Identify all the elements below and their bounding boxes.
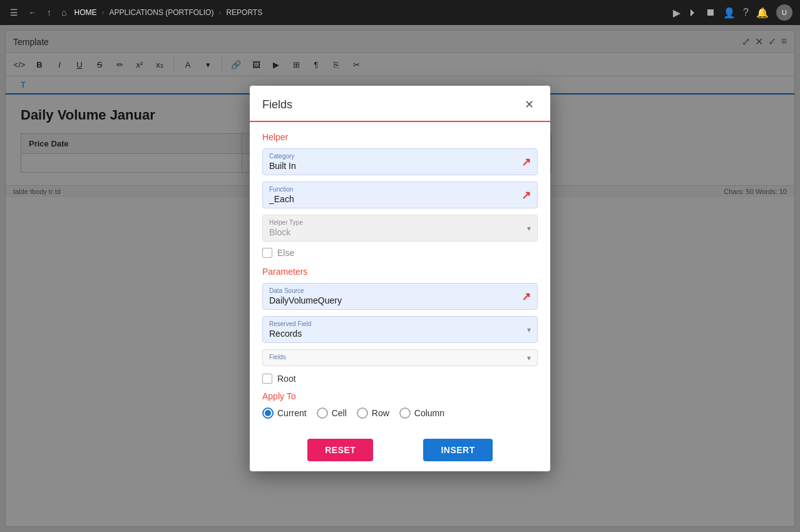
data-source-value: DailyVolumeQuery [269,295,531,305]
up-icon[interactable]: ↑ [44,5,54,20]
reserved-field-value: Records [269,329,531,339]
category-group: Category Built In ↗ [262,148,538,175]
radio-row[interactable]: Row [357,407,389,419]
reserved-field-dropdown-icon: ▾ [527,325,531,334]
data-source-label: Data Source [269,287,531,294]
fields-group: Fields ▾ [262,349,538,366]
category-field[interactable]: Category Built In ↗ [262,148,538,175]
else-label: Else [277,248,294,258]
helper-type-dropdown-icon: ▾ [527,224,531,233]
person-icon[interactable]: 👤 [723,7,736,19]
function-group: Function _Each ↗ [262,182,538,208]
radio-cell-label: Cell [332,408,347,418]
nav-home[interactable]: HOME [74,8,96,17]
nav-applications[interactable]: APPLICATIONS (PORTFOLIO) [109,8,213,17]
category-label: Category [269,153,531,160]
function-field[interactable]: Function _Each ↗ [262,182,538,208]
else-checkbox[interactable] [262,248,272,258]
modal-footer: RESET INSERT [250,429,550,471]
radio-row-outer [357,407,368,419]
root-label: Root [277,374,296,384]
help-icon[interactable]: ? [743,7,749,18]
reserved-field-field[interactable]: Reserved Field Records ▾ [262,316,538,343]
bell-icon[interactable]: 🔔 [756,7,769,19]
hamburger-icon[interactable]: ☰ [8,5,21,20]
fields-field[interactable]: Fields ▾ [262,349,538,366]
else-row: Else [262,248,538,258]
function-value: _Each [269,194,531,204]
radio-row-label: Row [372,408,389,418]
radio-current-outer [262,407,274,419]
modal-overlay: Fields ✕ Helper Category Built In ↗ [0,25,800,532]
helper-type-value: Block [269,227,531,237]
modal-header: Fields ✕ [250,86,550,122]
data-source-field[interactable]: Data Source DailyVolumeQuery ↗ [262,283,538,310]
category-value: Built In [269,161,531,171]
nav-sep-1: › [101,8,104,17]
helper-type-group: Helper Type Block ▾ [262,215,538,242]
reserved-field-group: Reserved Field Records ▾ [262,316,538,343]
data-source-group: Data Source DailyVolumeQuery ↗ [262,283,538,310]
data-source-arrow-icon: ↗ [521,290,531,304]
main-area: Template ⤢ ✕ ✓ ≡ </> B I U S ✏ x² x₂ A ▾… [0,25,800,532]
back-icon[interactable]: ← [26,5,39,20]
root-checkbox[interactable] [262,374,272,384]
root-row: Root [262,374,538,384]
user-avatar[interactable]: U [776,4,792,21]
insert-button[interactable]: INSERT [423,439,492,461]
function-label: Function [269,186,531,193]
helper-section-label: Helper [262,132,538,142]
category-arrow-icon: ↗ [521,155,531,169]
reserved-field-label: Reserved Field [269,320,531,327]
media-icon[interactable]: ⏵ [688,7,698,18]
radio-column[interactable]: Column [399,407,444,419]
helper-type-field[interactable]: Helper Type Block ▾ [262,215,538,242]
reset-button[interactable]: RESET [307,439,373,461]
radio-column-outer [399,407,411,419]
modal-close-button[interactable]: ✕ [520,96,538,113]
nav-sep-2: › [218,8,221,17]
play-icon[interactable]: ▶ [673,7,680,19]
fields-dropdown-icon: ▾ [527,354,531,362]
fields-label: Fields [269,354,531,361]
function-arrow-icon: ↗ [521,188,531,202]
modal-body: Helper Category Built In ↗ Function _Eac… [250,122,550,429]
nav-reports[interactable]: REPORTS [226,8,262,17]
radio-current[interactable]: Current [262,407,307,419]
nav-right-actions: ▶ ⏵ ⏹ 👤 ? 🔔 U [673,4,792,21]
apply-to-label: Apply To [262,391,538,401]
home-icon[interactable]: ⌂ [59,5,69,20]
fields-modal: Fields ✕ Helper Category Built In ↗ [250,86,550,471]
radio-group: Current Cell Row Column [262,407,538,419]
radio-current-label: Current [277,408,307,418]
modal-title: Fields [262,98,292,111]
top-navigation: ☰ ← ↑ ⌂ HOME › APPLICATIONS (PORTFOLIO) … [0,0,800,25]
helper-type-label: Helper Type [269,219,531,226]
radio-current-inner [265,410,271,416]
radio-column-label: Column [414,408,444,418]
stop-icon[interactable]: ⏹ [705,7,715,18]
radio-cell-outer [317,407,328,419]
parameters-section-label: Parameters [262,267,538,277]
radio-cell[interactable]: Cell [317,407,347,419]
